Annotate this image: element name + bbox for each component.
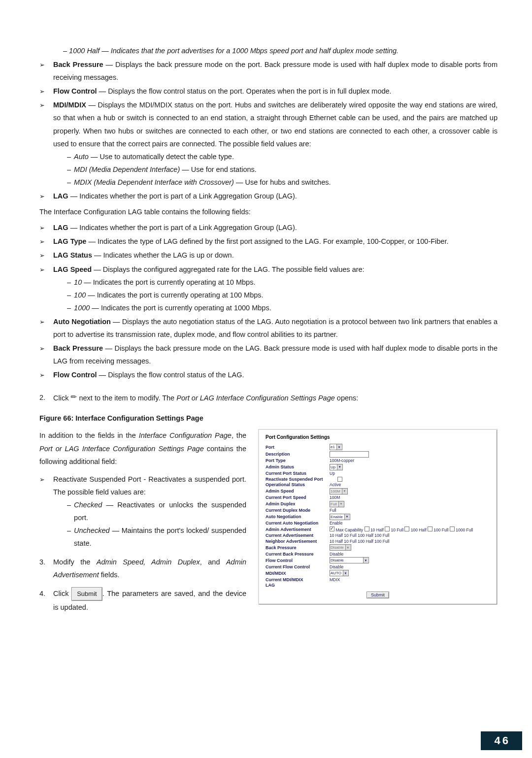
cap-checkbox[interactable]: [330, 527, 334, 531]
step-number: 4.: [39, 587, 48, 613]
arrow-icon: ➢: [39, 368, 48, 381]
arrow-icon: ➢: [39, 315, 48, 341]
value: Active: [330, 482, 341, 487]
label-auto-neg: Auto Negotiation: [266, 514, 327, 519]
chevron-down-icon: ▼: [342, 489, 347, 494]
text: — Indicates the type of LAG defined by t…: [86, 237, 448, 245]
bullet-flow-control: ➢ Flow Control — Displays the flow contr…: [39, 85, 498, 98]
chevron-down-icon: ▼: [338, 501, 343, 507]
text: 1000 Full: [456, 527, 473, 532]
sub-r: — Use to automatically detect the cable …: [89, 153, 234, 161]
label-reactivate: Reactivate Suspended Port: [266, 477, 334, 482]
sub-i: 1000: [74, 304, 90, 312]
text: 10 Full: [391, 527, 404, 532]
bullet-lag-status: ➢ LAG Status — Indicates whether the LAG…: [39, 249, 498, 262]
label-back-pressure: Back Pressure: [266, 545, 327, 550]
text: — Displays the configured aggregated rat…: [92, 265, 364, 273]
admin-duplex-select[interactable]: Full▼: [330, 501, 344, 507]
label: Back Pressure: [53, 61, 103, 68]
text: Interface Configuration Page: [139, 431, 232, 439]
sub-1000half: – 1000 Half — Indicates that the port ad…: [39, 44, 498, 57]
label-admin-adv: Admin Advertisement: [266, 527, 327, 532]
text: In addition to the fields in the: [39, 431, 139, 439]
reactivate-checkbox[interactable]: [337, 477, 342, 482]
value: Disable: [330, 564, 343, 569]
label-current-autoneg: Current Auto Negotiation: [266, 521, 327, 526]
bullet-reactivate: ➢ Reactivate Suspended Port - Reactivate…: [39, 473, 246, 550]
1000f-checkbox[interactable]: [450, 527, 455, 531]
sub-r: — Indicates the port is currently operat…: [82, 278, 255, 286]
label-flow-control: Flow Control: [266, 558, 327, 563]
text: Max Capability: [335, 527, 363, 532]
arrow-icon: ➢: [39, 235, 48, 248]
label-description: Description: [266, 452, 327, 457]
text: fields.: [99, 571, 120, 579]
100f-checkbox[interactable]: [428, 527, 432, 531]
text: 10 Half: [370, 527, 384, 532]
sub-i: 100: [74, 291, 86, 299]
chevron-down-icon: ▼: [343, 570, 348, 576]
text: — Displays the back pressure mode on the…: [53, 344, 498, 365]
value: 100M: [330, 495, 340, 500]
value: 100M: [331, 489, 340, 494]
label-port-type: Port Type: [266, 458, 327, 463]
mdi-select[interactable]: AUTO▼: [330, 570, 349, 576]
text: Reactivate Suspended Port - Reactivates …: [53, 475, 246, 496]
port-select[interactable]: e1▼: [330, 444, 342, 450]
submit-button-inline[interactable]: Submit: [71, 587, 102, 600]
text: – 1000 Half — Indicates that the port ad…: [63, 47, 399, 55]
sub-i: 10: [74, 278, 82, 286]
label: MDI/MDIX: [53, 101, 86, 109]
label-current-port-status: Current Port Status: [266, 471, 327, 476]
port-config-panel: Port Configuration Settings Port e1▼ Des…: [258, 429, 498, 605]
page-number: 46: [481, 731, 522, 750]
label-current-speed: Current Port Speed: [266, 495, 327, 500]
label: LAG: [53, 192, 68, 200]
label-current-adv: Current Advertisement: [266, 533, 327, 538]
text: , and: [200, 558, 226, 566]
chevron-down-icon: ▼: [337, 464, 342, 470]
text: Modify the: [53, 558, 97, 566]
bullet-mdi: ➢ MDI/MDIX — Displays the MDI/MDIX statu…: [39, 99, 498, 189]
value: Full: [330, 508, 336, 513]
10f-checkbox[interactable]: [385, 527, 390, 531]
text: Click: [53, 590, 71, 597]
sub-i: MDIX (Media Dependent Interface with Cro…: [74, 178, 234, 186]
text: 100 Full: [433, 527, 448, 532]
step-number: 2.: [39, 391, 48, 404]
label-current-bp: Current Back Pressure: [266, 552, 327, 557]
label: Flow Control: [53, 371, 97, 379]
label-current-duplex: Current Duplex Mode: [266, 508, 327, 513]
left-intro: In addition to the fields in the Interfa…: [39, 429, 246, 467]
100h-checkbox[interactable]: [404, 527, 409, 531]
text: Admin Speed, Admin Duplex: [97, 558, 200, 566]
text: 100 Half: [411, 527, 427, 532]
label-port: Port: [266, 445, 327, 450]
step-number: 3.: [39, 556, 48, 581]
value: 10 Half 10 Full 100 Half 100 Full: [330, 533, 389, 538]
sub-r: — Use for hubs and switches.: [234, 178, 331, 186]
label: LAG Speed: [53, 265, 92, 273]
bullet-fc-lag: ➢ Flow Control — Displays the flow contr…: [39, 368, 498, 381]
submit-button[interactable]: Submit: [366, 592, 389, 598]
admin-status-select[interactable]: Up▼: [330, 464, 343, 470]
arrow-icon: ➢: [39, 58, 48, 84]
sub-r: — Use for end stations.: [180, 165, 257, 173]
label: Back Pressure: [53, 344, 103, 352]
label-lag: LAG: [266, 583, 327, 588]
label-neighbor-adv: Neighbor Advertisement: [266, 539, 327, 544]
description-input[interactable]: [330, 451, 369, 458]
admin-speed-select[interactable]: 100M▼: [330, 488, 348, 494]
10h-checkbox[interactable]: [365, 527, 369, 531]
label: LAG Type: [53, 237, 86, 245]
value: Disable: [331, 545, 344, 550]
text: next to the item to modify. The: [79, 394, 176, 402]
back-pressure-select[interactable]: Disable▼: [330, 544, 351, 551]
value: Enable: [331, 515, 343, 519]
text: , the: [232, 431, 246, 439]
flow-control-select[interactable]: Disable▼: [330, 557, 369, 563]
bullet-auto-neg: ➢ Auto Negotiation — Displays the auto n…: [39, 315, 498, 341]
bullet-lag-type: ➢ LAG Type — Indicates the type of LAG d…: [39, 235, 498, 248]
auto-neg-select[interactable]: Enable▼: [330, 514, 350, 520]
arrow-icon: ➢: [39, 85, 48, 98]
